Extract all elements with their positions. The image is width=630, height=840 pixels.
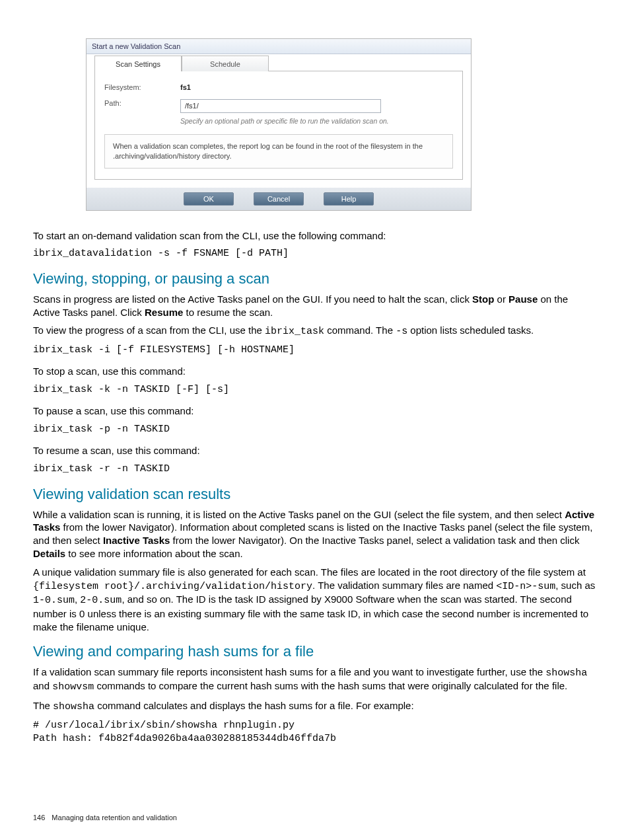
showsha-example: # /usr/local/ibrix/sbin/showsha rhnplugi… (33, 719, 597, 746)
heading-scan-results: Viewing validation scan results (33, 486, 597, 503)
help-button[interactable]: Help (324, 192, 374, 206)
inline-showsha: showsha (545, 668, 587, 679)
results-paragraph-2: A unique validation summary file is also… (33, 566, 597, 634)
cmd-task-k: ibrix_task -k -n TASKID [-F] [-s] (33, 383, 597, 397)
tab-schedule[interactable]: Schedule (182, 56, 269, 71)
scans-progress-paragraph: Scans in progress are listed on the Acti… (33, 293, 597, 319)
start-cli-paragraph: To start an on-demand validation scan fr… (33, 229, 597, 243)
filesystem-value: fs1 (180, 83, 191, 91)
tab-scan-settings[interactable]: Scan Settings (94, 56, 182, 71)
resume-scan-paragraph: To resume a scan, use this command: (33, 444, 597, 457)
cancel-button[interactable]: Cancel (254, 192, 304, 206)
chapter-title: Managing data retention and validation (52, 814, 177, 821)
pause-scan-paragraph: To pause a scan, use this command: (33, 404, 597, 418)
path-label: Path: (104, 99, 180, 113)
inline-1-0-sum: 1-0.sum (33, 595, 75, 606)
heading-view-stop-pause: Viewing, stopping, or pausing a scan (33, 270, 597, 287)
path-hint: Specify an optional path or specific fil… (180, 117, 453, 125)
inline-ibrix-task: ibrix_task (265, 326, 324, 337)
page-number: 146 (33, 814, 45, 821)
page-footer: 146Managing data retention and validatio… (33, 814, 177, 821)
cmd-task-r: ibrix_task -r -n TASKID (33, 463, 597, 476)
bold-pause: Pause (508, 293, 538, 305)
inline-flag-s: -s (396, 326, 407, 337)
inline-2-0-sum: 2-0.sum (80, 595, 122, 606)
inline-id-n-sum: <ID-n>-sum (496, 581, 555, 592)
bold-inactive-tasks: Inactive Tasks (103, 535, 170, 546)
path-input[interactable]: /fs1/ (180, 99, 381, 113)
scan-settings-panel: Filesystem: fs1 Path: /fs1/ Specify an o… (94, 71, 463, 180)
inline-showvsm: showvsm (52, 681, 94, 693)
bold-resume: Resume (145, 307, 183, 318)
report-location-note: When a validation scan completes, the re… (104, 134, 453, 169)
inline-fs-root-path: {filesystem root}/.archiving/validation/… (33, 581, 312, 592)
cmd-task-p: ibrix_task -p -n TASKID (33, 423, 597, 436)
hash-paragraph-1: If a validation scan summary file report… (33, 666, 597, 695)
results-paragraph-1: While a validation scan is running, it i… (33, 508, 597, 560)
ok-button[interactable]: OK (184, 192, 234, 206)
dialog-title: Start a new Validation Scan (87, 39, 471, 54)
cmd-task-i: ibrix_task -i [-f FILESYSTEMS] [-h HOSTN… (33, 344, 597, 357)
bold-details: Details (33, 548, 65, 559)
scan-progress-cli-paragraph: To view the progress of a scan from the … (33, 324, 597, 338)
bold-stop: Stop (472, 293, 494, 305)
validation-scan-dialog: Start a new Validation Scan Scan Setting… (86, 38, 472, 211)
hash-paragraph-2: The showsha command calculates and displ… (33, 699, 597, 714)
stop-scan-paragraph: To stop a scan, use this command: (33, 365, 597, 378)
start-cli-command: ibrix_datavalidation -s -f FSNAME [-d PA… (33, 247, 597, 260)
inline-showsha-2: showsha (53, 701, 94, 712)
filesystem-label: Filesystem: (104, 83, 180, 91)
heading-hash-sums: Viewing and comparing hash sums for a fi… (33, 643, 597, 660)
